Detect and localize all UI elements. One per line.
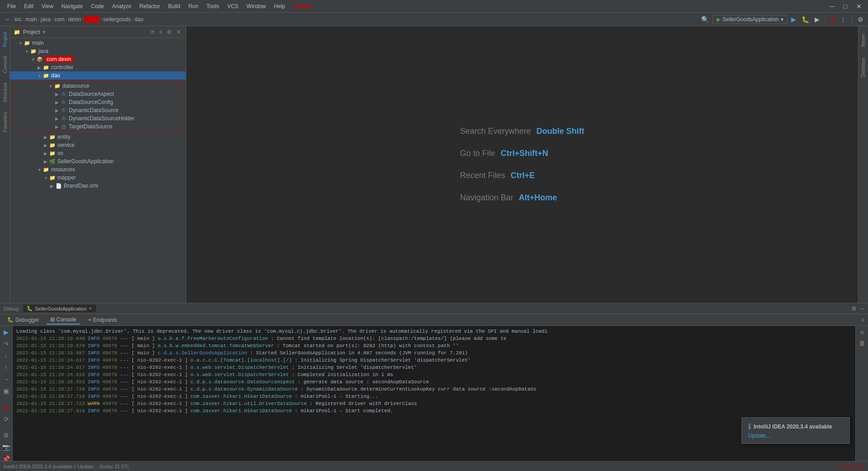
structure-sidebar-icon[interactable]: Structure <box>1 79 9 106</box>
endpoints-tab[interactable]: ⇒ Endpoints <box>84 316 121 324</box>
tree-label-resources: resources <box>51 166 75 173</box>
screenshot-button[interactable]: 📷 <box>1 443 11 452</box>
settings-debug-button[interactable]: ⚙ <box>2 431 10 440</box>
console-tab[interactable]: ▤ Console <box>47 316 80 325</box>
tree-arrow: ▶ <box>42 135 49 140</box>
tree-item-controller[interactable]: ▶ 📁 controller <box>10 63 186 71</box>
log-line-1: 2022-01-15 21:28:19.049 INFO 49676 --- [… <box>16 335 852 342</box>
evaluate-button[interactable]: ▣ <box>2 386 10 396</box>
debugger-label: Debugger <box>15 317 39 323</box>
maven-panel-icon[interactable]: Maven <box>860 30 867 51</box>
log-pid-1: 49676 <box>102 335 117 342</box>
step-over-button[interactable]: ↷ <box>3 339 10 349</box>
log-thread-7: nio-9292-exec-1 <box>137 378 182 386</box>
close-button[interactable]: ✕ <box>854 2 864 11</box>
run-coverage-button[interactable]: ▶ <box>813 15 821 24</box>
panel-close-button[interactable]: ✕ <box>175 28 182 36</box>
event-log-button[interactable]: 2 Event Log <box>838 464 864 469</box>
tree-item-resources[interactable]: ▾ 📁 resources <box>10 165 186 174</box>
log-pid-5: 49676 <box>102 364 117 371</box>
tree-item-mapper[interactable]: ▾ 📁 mapper <box>10 174 186 182</box>
menu-run[interactable]: Run <box>185 2 202 10</box>
back-button[interactable]: ← <box>3 15 13 24</box>
tree-item-dynamic-datasource[interactable]: ▶ © DynamicDataSource <box>15 106 181 114</box>
log-level-8: INFO <box>88 386 99 393</box>
favorites-sidebar-icon[interactable]: Favorites <box>1 108 9 136</box>
log-line-9: 2022-01-15 21:28:27.718 INFO 49676 --- [… <box>16 393 852 400</box>
tree-item-com-dexin[interactable]: ▾ 📦 com.dexin <box>10 55 186 63</box>
tree-item-datasource-aspect[interactable]: ▶ © DataSourceAspect <box>15 90 181 98</box>
log-class-3: c.d.p.s.SellerGoodsApplication <box>158 349 247 357</box>
restart-debug-button[interactable]: ⟳ <box>3 414 10 424</box>
step-out-button[interactable]: ↑ <box>4 363 9 372</box>
step-into-button[interactable]: ↓ <box>4 351 9 360</box>
tree-item-main[interactable]: ▾ 📁 main <box>10 39 186 47</box>
sync-button[interactable]: ⟳ <box>149 28 156 36</box>
tree-item-branddao-xml[interactable]: ▶ 📄 BrandDao.xml <box>10 182 186 190</box>
menu-help[interactable]: Help <box>270 2 289 10</box>
tree-item-datasource[interactable]: ▾ 📁 datasource <box>15 82 181 90</box>
session-close-button[interactable]: ✕ <box>89 306 92 311</box>
tree-item-dynamic-holder[interactable]: ▶ © DynamicDataSourceHolder <box>15 114 181 122</box>
tree-arrow: ▶ <box>49 184 55 188</box>
folder-icon: 📁 <box>24 40 31 46</box>
log-class-1: o.s.b.a.f.FreeMarkerAutoConfiguration <box>158 335 268 342</box>
tree-item-datasource-config[interactable]: ▶ © DataSourceConfig <box>15 98 181 106</box>
notification-title: IntelliJ IDEA 2020.3.4 available <box>754 424 832 430</box>
menu-analyze[interactable]: Analyze <box>108 2 135 10</box>
notification-update-link[interactable]: Update... <box>748 433 770 439</box>
menu-build[interactable]: Build <box>165 2 184 10</box>
debug-session-item[interactable]: 🐛 SellerGoodsApplication ✕ <box>23 305 95 312</box>
debug-minimize-button[interactable]: ─ <box>860 305 864 312</box>
more-actions-button[interactable]: ⋮ <box>838 15 848 24</box>
dropdown-arrow-icon[interactable]: ▾ <box>42 29 45 35</box>
menu-tools[interactable]: Tools <box>203 2 223 10</box>
pin-button[interactable]: 📌 <box>1 454 11 461</box>
endpoints-label: Endpoints <box>93 317 117 323</box>
tree-item-java[interactable]: ▾ 📁 java <box>10 47 186 55</box>
log-ts-5: 2022-01-15 21:28:24.617 <box>16 364 85 371</box>
tree-item-vo[interactable]: ▶ 📁 vo <box>10 149 186 157</box>
clear-button[interactable]: 🗑 <box>858 339 866 348</box>
title-run-button[interactable] <box>294 5 312 7</box>
database-panel-icon[interactable]: Database <box>860 54 867 81</box>
menu-refactor[interactable]: Refactor <box>136 2 164 10</box>
menu-code[interactable]: Code <box>87 2 108 10</box>
minimize-button[interactable]: ─ <box>827 2 837 11</box>
log-thread-11: nio-9292-exec-1 <box>137 407 182 414</box>
search-button[interactable]: 🔍 <box>699 15 711 24</box>
project-sidebar-icon[interactable]: Project <box>1 28 9 51</box>
tree-arrow: ▶ <box>54 108 60 113</box>
settings-button[interactable]: ⚙ <box>856 15 865 24</box>
commit-sidebar-icon[interactable]: Commit <box>1 52 9 77</box>
tree-item-dao[interactable]: ▾ 📁 dao <box>10 71 186 80</box>
log-thread-5: nio-9292-exec-1 <box>137 364 182 371</box>
debug-button[interactable]: 🐛 <box>800 15 811 24</box>
run-to-cursor-button[interactable]: → <box>2 375 10 384</box>
menu-window[interactable]: Window <box>243 2 269 10</box>
console-options-button[interactable]: ≡ <box>861 317 864 323</box>
menu-view[interactable]: View <box>38 2 57 10</box>
stop-button[interactable]: ■ <box>829 15 836 24</box>
package-icon: 📦 <box>36 57 43 62</box>
tree-item-target-datasource[interactable]: ▶ @ TargetDataSource <box>15 122 181 131</box>
config-button[interactable]: ⚙ <box>165 28 173 36</box>
menu-edit[interactable]: Edit <box>20 2 37 10</box>
tree-item-entity[interactable]: ▶ 📁 entity <box>10 133 186 141</box>
menu-file[interactable]: File <box>4 2 19 10</box>
tree-item-service[interactable]: ▶ 📁 service <box>10 141 186 149</box>
menu-vcs[interactable]: VCS <box>224 2 242 10</box>
tree-item-app[interactable]: ▶ 🌿 SellerGoodsApplication <box>10 157 186 165</box>
run-config[interactable]: ▶ SellerGoodsApplication ▾ <box>712 15 788 24</box>
fold-all-button[interactable]: ≡ <box>859 328 864 337</box>
collapse-button[interactable]: ≡ <box>158 28 164 36</box>
hint4-action: Navigation Bar <box>460 193 513 203</box>
resume-button[interactable]: ▶ <box>3 328 9 337</box>
log-class-6: o.s.web.servlet.DispatcherServlet <box>190 371 289 378</box>
menu-navigate[interactable]: Navigate <box>58 2 86 10</box>
stop-debug-button[interactable]: ■ <box>3 403 9 412</box>
debugger-tab[interactable]: 🐛 Debugger <box>4 316 43 324</box>
run-button[interactable]: ▶ <box>789 15 798 24</box>
debug-settings-button[interactable]: ⚙ <box>851 305 857 312</box>
maximize-button[interactable]: □ <box>841 2 850 11</box>
